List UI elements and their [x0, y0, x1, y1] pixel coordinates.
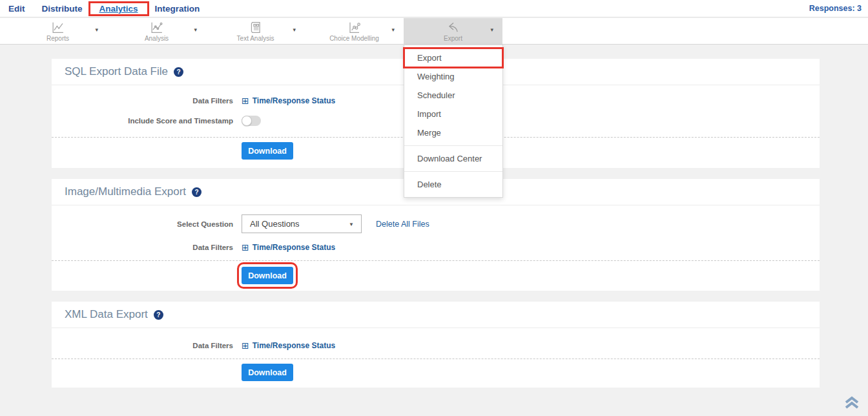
menu-divider [404, 171, 502, 172]
select-question-dropdown[interactable]: All Questions ▼ [242, 214, 362, 233]
toolbar-item-label: Reports [46, 35, 69, 42]
select-question-row: Select Question All Questions ▼ Delete A… [52, 214, 820, 233]
media-download-button[interactable]: Download [242, 267, 293, 284]
data-filters-row: Data Filters ⊞ Time/Response Status [52, 243, 820, 252]
delete-all-files-link[interactable]: Delete All Files [376, 220, 429, 229]
select-question-label: Select Question [52, 220, 233, 228]
scatter-chart-icon [150, 21, 164, 34]
responses-count-link[interactable]: Responses: 3 [809, 4, 868, 13]
data-filters-label: Data Filters [52, 97, 233, 105]
toolbar-item-analysis[interactable]: Analysis ▾ [107, 18, 206, 45]
chevron-down-icon: ▼ [349, 222, 354, 227]
toggle-knob [242, 116, 252, 126]
page-title: XML Data Export [65, 308, 148, 321]
chevron-down-icon[interactable]: ▾ [194, 26, 197, 33]
toolbar-item-text-analysis[interactable]: Text Analysis ▾ [206, 18, 305, 45]
menu-item-import[interactable]: Import [404, 105, 502, 123]
help-icon[interactable]: ? [192, 187, 202, 197]
bubble-chart-icon [347, 21, 362, 34]
include-score-toggle[interactable] [242, 116, 261, 126]
data-filters-row: Data Filters ⊞ Time/Response Status [52, 341, 820, 350]
scroll-to-top-button[interactable] [843, 396, 860, 413]
share-arrow-icon [446, 21, 461, 34]
toolbar-item-choice-modelling[interactable]: Choice Modelling ▾ [305, 18, 404, 45]
chevron-down-icon[interactable]: ▾ [490, 26, 493, 33]
toolbar-item-export[interactable]: Export ▾ [404, 18, 502, 45]
menu-item-merge[interactable]: Merge [404, 123, 502, 142]
nav-tab-distribute[interactable]: Distribute [34, 4, 91, 14]
time-response-status-link[interactable]: ⊞ Time/Response Status [242, 96, 335, 105]
time-response-status-label: Time/Response Status [253, 243, 335, 252]
dashed-divider [52, 260, 820, 261]
dashed-divider [52, 359, 820, 359]
menu-divider [404, 145, 502, 146]
page-title: Image/Multimedia Export [65, 185, 186, 198]
include-score-label: Include Score and Timestamp [52, 117, 233, 125]
panel-xml-export: XML Data Export ? Data Filters ⊞ Time/Re… [52, 302, 820, 388]
help-icon[interactable]: ? [174, 67, 183, 77]
panel-header: XML Data Export ? [52, 302, 820, 328]
menu-item-export[interactable]: Export [404, 48, 502, 67]
nav-tab-analytics[interactable]: Analytics [91, 4, 147, 14]
newspaper-icon [249, 21, 263, 34]
menu-item-scheduler[interactable]: Scheduler [404, 86, 502, 105]
time-response-status-link[interactable]: ⊞ Time/Response Status [242, 341, 335, 350]
chevron-down-icon[interactable]: ▾ [391, 26, 395, 33]
nav-tab-edit[interactable]: Edit [0, 4, 34, 14]
time-response-status-link[interactable]: ⊞ Time/Response Status [242, 243, 335, 252]
chevron-down-icon[interactable]: ▾ [293, 26, 296, 33]
menu-item-download-center[interactable]: Download Center [404, 149, 502, 168]
data-filters-label: Data Filters [52, 342, 233, 349]
line-chart-icon [51, 21, 65, 34]
help-icon[interactable]: ? [154, 310, 163, 320]
toolbar-item-reports[interactable]: Reports ▾ [8, 18, 107, 45]
expand-plus-icon: ⊞ [242, 342, 249, 349]
select-question-value: All Questions [250, 219, 300, 229]
toolbar-item-label: Export [444, 35, 462, 42]
sql-download-button[interactable]: Download [242, 142, 293, 160]
nav-tab-integration[interactable]: Integration [147, 4, 209, 14]
expand-plus-icon: ⊞ [242, 97, 249, 105]
menu-item-delete[interactable]: Delete [404, 175, 502, 194]
toolbar-item-label: Text Analysis [237, 35, 274, 42]
chevron-down-icon[interactable]: ▾ [95, 26, 98, 33]
menu-item-weighting[interactable]: Weighting [404, 67, 502, 86]
xml-download-button[interactable]: Download [242, 364, 293, 381]
time-response-status-label: Time/Response Status [253, 341, 335, 350]
top-nav-bar: Edit Distribute Analytics Integration Re… [0, 0, 868, 17]
export-dropdown-menu: Export Weighting Scheduler Import Merge … [404, 45, 503, 198]
analytics-toolbar: Reports ▾ Analysis ▾ Text Analysis ▾ [0, 18, 868, 45]
data-filters-label: Data Filters [52, 244, 233, 251]
expand-plus-icon: ⊞ [242, 244, 249, 251]
page-title: SQL Export Data File [65, 65, 168, 78]
toolbar-item-label: Analysis [145, 35, 169, 42]
double-chevron-up-icon [843, 401, 860, 412]
toolbar-item-label: Choice Modelling [329, 35, 379, 42]
time-response-status-label: Time/Response Status [253, 96, 335, 105]
